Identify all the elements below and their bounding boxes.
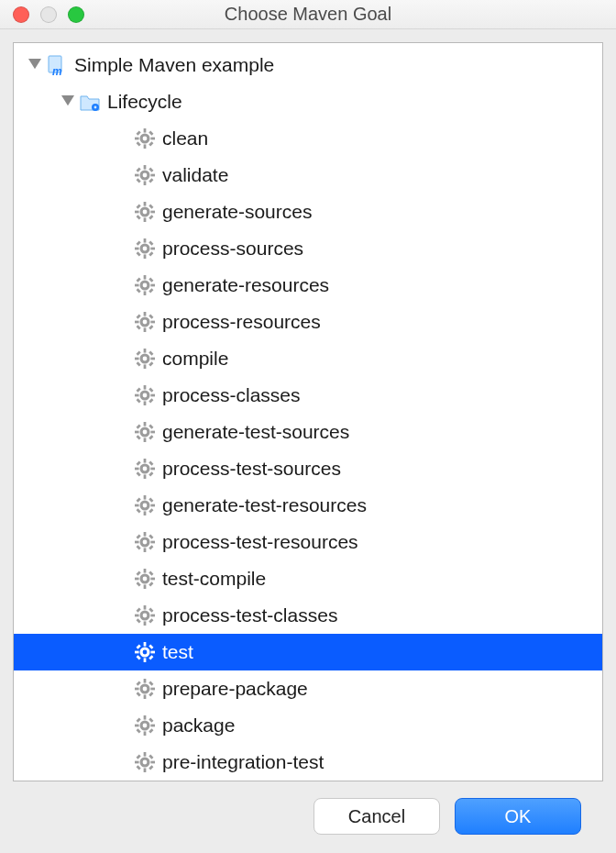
svg-point-15	[143, 137, 148, 141]
svg-rect-92	[148, 424, 153, 428]
titlebar: Choose Maven Goal	[0, 0, 616, 29]
svg-rect-112	[148, 497, 153, 502]
svg-point-95	[143, 430, 148, 435]
svg-rect-153	[137, 655, 141, 659]
svg-rect-84	[148, 398, 153, 403]
svg-rect-44	[148, 251, 153, 256]
tree-goal-item[interactable]: package	[14, 707, 602, 744]
svg-rect-168	[144, 731, 147, 736]
svg-rect-164	[148, 692, 153, 696]
tree-item-label: Simple Maven example	[74, 54, 274, 76]
svg-rect-74	[148, 361, 153, 366]
svg-rect-132	[148, 571, 153, 575]
svg-point-5	[94, 106, 97, 109]
svg-rect-131	[137, 571, 141, 575]
tree-goal-item[interactable]: process-test-sources	[14, 450, 602, 487]
svg-rect-109	[135, 504, 139, 507]
tree-goal-item[interactable]: pre-integration-test	[14, 744, 602, 781]
svg-rect-22	[148, 167, 153, 172]
lifecycle-folder-icon	[78, 90, 102, 114]
tree-item-label: generate-sources	[162, 201, 312, 223]
tree-goal-item[interactable]: generate-test-resources	[14, 487, 602, 524]
tree-goal-item[interactable]: prepare-package	[14, 670, 602, 707]
tree-goal-item[interactable]: validate	[14, 157, 602, 194]
svg-rect-19	[135, 174, 139, 177]
svg-rect-29	[135, 211, 139, 214]
svg-rect-141	[137, 607, 141, 612]
svg-rect-61	[137, 314, 141, 318]
svg-rect-102	[148, 460, 153, 465]
tree-item-label: pre-integration-test	[162, 751, 324, 773]
svg-point-25	[143, 173, 148, 178]
svg-point-145	[143, 614, 148, 618]
svg-rect-140	[150, 615, 155, 617]
tree-goal-item[interactable]: test	[14, 634, 602, 670]
tree-goal-item[interactable]: generate-sources	[14, 194, 602, 230]
expand-arrow-icon[interactable]	[58, 95, 78, 108]
gear-icon	[133, 714, 157, 737]
svg-rect-91	[137, 424, 141, 428]
svg-rect-100	[150, 468, 155, 471]
tree-goal-item[interactable]: process-test-classes	[14, 597, 602, 634]
tree-goal-item[interactable]: clean	[14, 120, 602, 157]
svg-rect-181	[137, 754, 141, 759]
svg-rect-103	[137, 471, 141, 476]
tree-goal-item[interactable]: generate-resources	[14, 267, 602, 304]
cancel-button[interactable]: Cancel	[314, 798, 440, 835]
gear-icon	[133, 200, 157, 224]
tree-goal-item[interactable]: process-sources	[14, 230, 602, 267]
tree-goal-item[interactable]: test-compile	[14, 560, 602, 597]
svg-rect-89	[135, 431, 139, 434]
svg-rect-24	[148, 178, 153, 183]
svg-point-185	[143, 760, 148, 765]
svg-rect-162	[148, 681, 153, 685]
svg-rect-142	[148, 607, 153, 612]
svg-point-125	[143, 540, 148, 545]
svg-rect-27	[144, 202, 147, 206]
svg-rect-104	[148, 471, 153, 476]
tree-goal-item[interactable]: compile	[14, 340, 602, 377]
svg-rect-20	[150, 174, 155, 177]
tree-goal-item[interactable]: process-classes	[14, 377, 602, 414]
tree-item-label: package	[162, 715, 235, 737]
svg-rect-81	[137, 387, 141, 392]
svg-rect-177	[144, 752, 147, 757]
svg-rect-161	[137, 681, 141, 685]
svg-rect-34	[148, 215, 153, 219]
svg-marker-0	[28, 59, 41, 69]
tree-item-label: validate	[162, 164, 228, 186]
svg-rect-11	[137, 130, 141, 135]
tree-goal-item[interactable]: generate-test-sources	[14, 414, 602, 450]
tree-item-label: process-sources	[162, 238, 303, 260]
svg-rect-39	[135, 248, 139, 250]
tree-item-label: process-test-resources	[162, 531, 358, 553]
svg-rect-121	[137, 534, 141, 538]
tree-lifecycle-folder[interactable]: Lifecycle	[14, 83, 602, 120]
svg-rect-93	[137, 435, 141, 439]
expand-arrow-icon[interactable]	[25, 59, 45, 72]
svg-rect-167	[144, 715, 147, 720]
svg-rect-53	[137, 288, 141, 293]
svg-rect-97	[144, 459, 147, 463]
window-title: Choose Maven Goal	[0, 4, 616, 25]
svg-rect-99	[135, 468, 139, 471]
svg-rect-17	[144, 165, 147, 170]
svg-rect-179	[135, 761, 139, 764]
tree-goal-item[interactable]: process-test-resources	[14, 524, 602, 560]
svg-rect-174	[148, 728, 153, 733]
gear-icon	[133, 273, 157, 297]
ok-button[interactable]: OK	[455, 798, 581, 835]
svg-rect-68	[144, 364, 147, 369]
tree-root-project[interactable]: mSimple Maven example	[14, 47, 602, 83]
tree-goal-item[interactable]: process-resources	[14, 304, 602, 340]
gear-icon	[133, 383, 157, 407]
content-area: mSimple Maven exampleLifecyclecleanvalid…	[0, 29, 616, 853]
maven-goal-tree[interactable]: mSimple Maven exampleLifecyclecleanvalid…	[14, 43, 602, 781]
svg-rect-134	[148, 582, 153, 586]
gear-icon	[133, 127, 157, 150]
svg-rect-160	[150, 688, 155, 691]
svg-point-115	[143, 504, 148, 508]
svg-rect-122	[148, 534, 153, 538]
tree-item-label: process-test-sources	[162, 458, 341, 480]
svg-rect-114	[148, 508, 153, 513]
